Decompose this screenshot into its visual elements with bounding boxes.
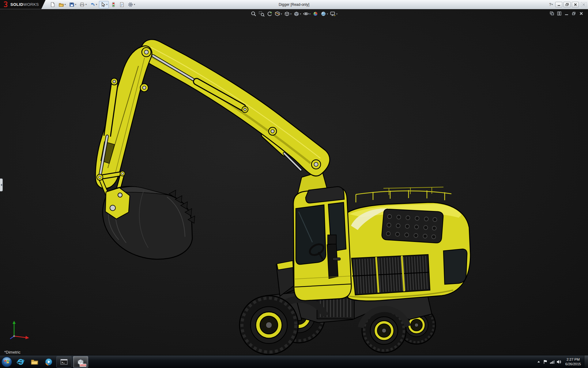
system-tray: 2:27 PM 6/26/2015 xyxy=(535,355,588,368)
section-view-button[interactable] xyxy=(274,10,282,17)
view-orientation-icon xyxy=(284,11,290,17)
view-orientation-button[interactable] xyxy=(284,10,292,17)
file-properties-button[interactable] xyxy=(118,1,126,8)
zoom-to-area-icon xyxy=(258,11,265,17)
panel-collapse-tab[interactable] xyxy=(0,178,3,191)
display-style-button[interactable] xyxy=(293,10,301,17)
help-button[interactable]: ? xyxy=(548,2,554,7)
minimize-button[interactable] xyxy=(555,2,562,7)
section-view-icon xyxy=(274,11,281,17)
action-center-icon[interactable] xyxy=(542,356,549,368)
media-player-icon xyxy=(45,358,53,366)
new-document-icon xyxy=(50,2,55,7)
select-button[interactable] xyxy=(99,1,109,8)
excavator-bucket[interactable] xyxy=(103,186,195,259)
select-icon xyxy=(100,2,106,7)
window-controls: ? xyxy=(548,2,588,7)
cascade-windows-button[interactable] xyxy=(550,11,554,16)
zoom-to-fit-icon xyxy=(251,11,257,17)
windshield xyxy=(296,205,326,264)
orientation-triad xyxy=(7,318,32,340)
file-properties-icon xyxy=(119,2,125,7)
print-button[interactable] xyxy=(78,1,88,8)
excavator-body[interactable] xyxy=(345,187,470,301)
taskbar-solidworks-button[interactable]: 2015 xyxy=(73,356,88,368)
view-settings-button[interactable] xyxy=(330,10,338,17)
zoom-to-fit-button[interactable] xyxy=(250,10,257,17)
excavator-model[interactable] xyxy=(0,9,588,355)
excavator-boom[interactable] xyxy=(96,40,330,209)
rebuild-icon xyxy=(111,2,116,7)
edit-appearance-icon xyxy=(312,11,318,17)
undo-icon xyxy=(90,2,95,7)
print-icon xyxy=(79,2,85,7)
solidworks-window: SOLIDWORKS xyxy=(0,0,588,368)
show-desktop-button[interactable] xyxy=(584,355,588,368)
handrail xyxy=(356,190,451,202)
taskbar-file-explorer-button[interactable] xyxy=(28,356,42,368)
close-icon xyxy=(574,3,577,6)
display-style-icon xyxy=(293,11,300,17)
network-icon[interactable] xyxy=(549,356,556,368)
heads-up-view-toolbar xyxy=(250,10,338,17)
zoom-to-area-button[interactable] xyxy=(258,10,265,17)
taskbar-media-player-button[interactable] xyxy=(42,356,56,368)
dassault-3ds-icon xyxy=(3,1,9,8)
close-document-button[interactable] xyxy=(579,11,583,16)
window-title: Digger [Read-only] xyxy=(279,2,309,7)
taskbar-console-app-button[interactable] xyxy=(56,356,72,368)
restore-document-icon xyxy=(572,11,576,16)
close-document-icon xyxy=(579,11,583,16)
title-bar: SOLIDWORKS xyxy=(0,0,588,9)
view-settings-icon xyxy=(330,11,336,17)
excavator-cab[interactable] xyxy=(276,187,351,301)
graphics-area[interactable]: *Dimetric xyxy=(0,9,588,355)
apply-scene-button[interactable] xyxy=(320,10,328,17)
chevron-up-icon xyxy=(537,361,540,362)
start-button[interactable] xyxy=(0,355,13,368)
taskbar-internet-explorer-button[interactable] xyxy=(13,356,28,368)
new-document-button[interactable] xyxy=(49,1,57,8)
clock-date: 6/26/2015 xyxy=(565,362,581,366)
console-window-icon xyxy=(60,358,68,365)
minimize-icon xyxy=(557,3,561,6)
rear-panel-window xyxy=(443,249,467,284)
undo-button[interactable] xyxy=(89,1,98,8)
previous-view-icon xyxy=(266,11,273,17)
save-icon xyxy=(69,2,74,7)
restore-document-button[interactable] xyxy=(572,11,576,16)
cascade-windows-icon xyxy=(550,11,554,16)
open-button[interactable] xyxy=(57,1,67,8)
taskbar-clock[interactable]: 2:27 PM 6/26/2015 xyxy=(562,357,584,366)
hide-show-items-icon xyxy=(303,11,309,17)
minimize-document-button[interactable] xyxy=(564,11,569,16)
hide-show-items-button[interactable] xyxy=(303,10,311,17)
edit-appearance-button[interactable] xyxy=(312,10,319,17)
windows-start-icon xyxy=(1,356,13,368)
brand-text: SOLIDWORKS xyxy=(10,2,39,7)
internet-explorer-icon xyxy=(17,358,24,366)
rebuild-button[interactable] xyxy=(109,1,117,8)
folder-icon xyxy=(31,358,39,366)
volume-icon[interactable] xyxy=(556,356,562,368)
previous-view-button[interactable] xyxy=(266,10,273,17)
options-icon xyxy=(128,2,133,7)
minimize-document-icon xyxy=(564,11,569,16)
options-button[interactable] xyxy=(126,1,136,8)
clock-time: 2:27 PM xyxy=(565,357,581,362)
tile-windows-icon xyxy=(557,11,561,16)
taskbar-pinned-items: 2015 xyxy=(13,355,89,368)
maximize-button[interactable] xyxy=(564,2,571,7)
document-window-controls xyxy=(550,11,583,16)
open-icon xyxy=(58,2,64,7)
close-button[interactable] xyxy=(572,2,579,7)
tile-windows-button[interactable] xyxy=(557,11,561,16)
restore-icon xyxy=(565,3,569,6)
apply-scene-icon xyxy=(320,11,326,17)
tray-expand-button[interactable] xyxy=(535,356,542,368)
inactive-close-icon xyxy=(581,2,586,7)
save-button[interactable] xyxy=(68,1,77,8)
solidworks-logo: SOLIDWORKS xyxy=(0,0,46,9)
standard-toolbar xyxy=(46,1,136,8)
view-orientation-label: *Dimetric xyxy=(4,350,21,355)
